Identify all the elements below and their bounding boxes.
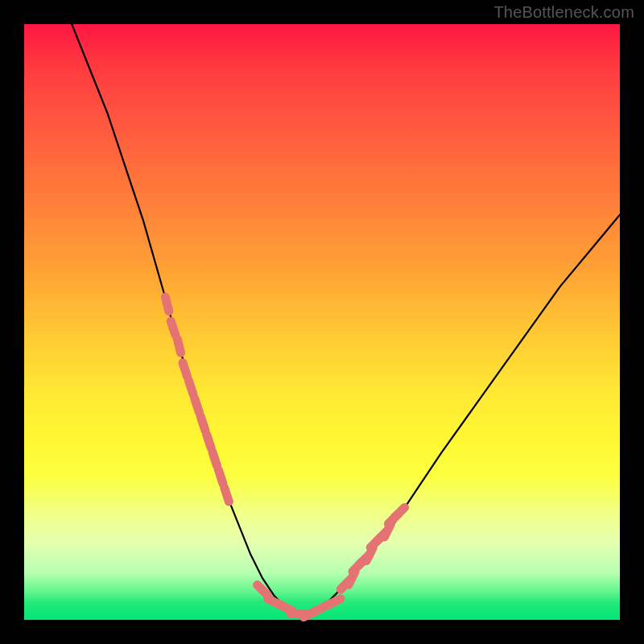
marker-capsule (200, 416, 205, 430)
marker-capsule (213, 452, 217, 466)
marker-capsule (207, 435, 212, 448)
marker-capsule (188, 381, 193, 394)
marker-capsule (171, 321, 175, 335)
marker-capsule (258, 585, 268, 596)
marker-capsule (225, 488, 229, 502)
bottleneck-curve-path (72, 24, 620, 614)
chart-plot-area (24, 24, 620, 620)
marker-capsule (183, 363, 188, 377)
marker-capsule (328, 599, 341, 605)
marker-capsule (177, 339, 180, 353)
watermark-text: TheBottleneck.com (493, 3, 634, 22)
bottleneck-curve-svg (24, 24, 620, 620)
marker-capsule (195, 398, 200, 412)
marker-dots-group (165, 297, 404, 617)
marker-capsule (165, 297, 168, 311)
marker-capsule (394, 507, 405, 518)
marker-capsule (218, 470, 223, 484)
